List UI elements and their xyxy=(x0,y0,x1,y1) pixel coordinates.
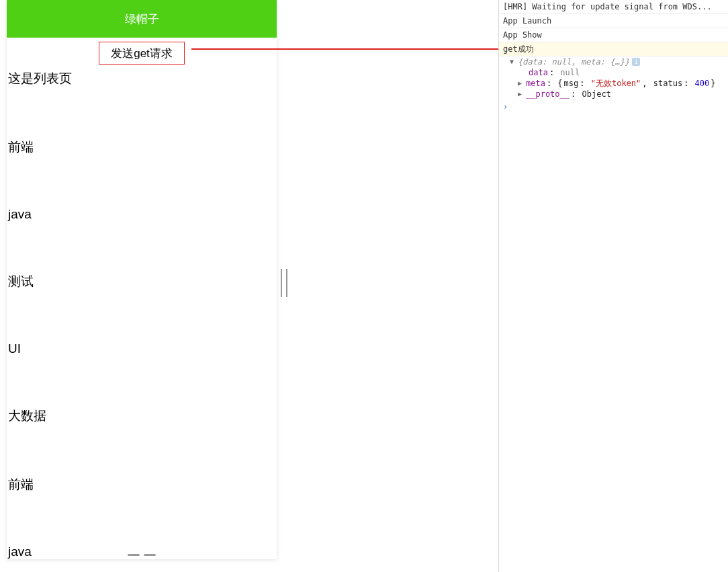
property-key: meta xyxy=(526,78,545,89)
property-key: data xyxy=(529,67,548,78)
comma: , xyxy=(642,78,651,89)
list-item: java xyxy=(8,207,277,222)
nav-title: 绿帽子 xyxy=(125,11,159,27)
list-item: 测试 xyxy=(8,273,277,290)
property-key: __proto__ xyxy=(526,89,570,99)
property-value: Object xyxy=(582,89,610,99)
console-object-property[interactable]: __proto__ : Object xyxy=(499,89,728,99)
console-log-row[interactable]: App Launch xyxy=(499,14,728,28)
list-content[interactable]: 这是列表页 前端 java 测试 UI 大数据 前端 java xyxy=(7,67,277,559)
console-prompt[interactable]: › xyxy=(499,99,728,114)
console-log-text: App Launch xyxy=(503,16,551,26)
home-indicator-icon xyxy=(128,554,156,559)
console-log-row[interactable]: [HMR] Waiting for update signal from WDS… xyxy=(499,0,728,14)
send-get-button[interactable]: 发送get请求 xyxy=(99,42,185,65)
colon: : xyxy=(571,89,580,99)
colon: : xyxy=(549,67,559,78)
console-log-text: get成功 xyxy=(503,44,534,54)
colon: : xyxy=(580,78,589,89)
console-object-property[interactable]: meta : { msg : "无效token" , status : 400 … xyxy=(499,78,728,89)
inner-key: msg xyxy=(564,78,579,89)
nav-bar: 绿帽子 xyxy=(7,0,277,38)
console-panel: [HMR] Waiting for update signal from WDS… xyxy=(498,0,728,572)
console-log-text: App Show xyxy=(503,30,542,40)
chevron-down-icon[interactable] xyxy=(510,56,516,67)
chevron-right-icon[interactable] xyxy=(518,78,525,89)
list-header: 这是列表页 xyxy=(8,70,277,87)
brace: } xyxy=(711,78,715,89)
property-value: null xyxy=(560,67,580,78)
pane-resize-handle[interactable] xyxy=(281,269,287,297)
console-object-summary[interactable]: {data: null, meta: {…}} i xyxy=(499,56,728,67)
console-object-property[interactable]: data : null xyxy=(499,67,728,78)
list-item: 大数据 xyxy=(8,407,277,425)
prompt-icon: › xyxy=(503,102,508,112)
colon: : xyxy=(684,78,693,89)
annotation-arrow-line xyxy=(191,48,504,50)
console-log-row[interactable]: App Show xyxy=(499,28,728,42)
chevron-right-icon[interactable] xyxy=(518,89,525,99)
list-item: 前端 xyxy=(8,476,277,493)
console-log-text: [HMR] Waiting for update signal from WDS… xyxy=(503,2,712,11)
info-icon[interactable]: i xyxy=(632,58,640,66)
inner-value: 400 xyxy=(695,78,710,89)
simulator-window: 绿帽子 发送get请求 这是列表页 前端 java 测试 UI 大数据 前端 j… xyxy=(7,0,277,559)
console-log-row[interactable]: get成功 xyxy=(499,42,728,56)
send-get-button-label: 发送get请求 xyxy=(111,46,173,61)
colon: : xyxy=(547,78,556,89)
list-item: UI xyxy=(8,341,277,356)
object-summary-text: {data: null, meta: {…}} xyxy=(518,56,629,67)
inner-value: "无效token" xyxy=(591,78,641,89)
brace: { xyxy=(557,78,562,89)
inner-key: status xyxy=(653,78,682,89)
list-item: 前端 xyxy=(8,138,277,156)
